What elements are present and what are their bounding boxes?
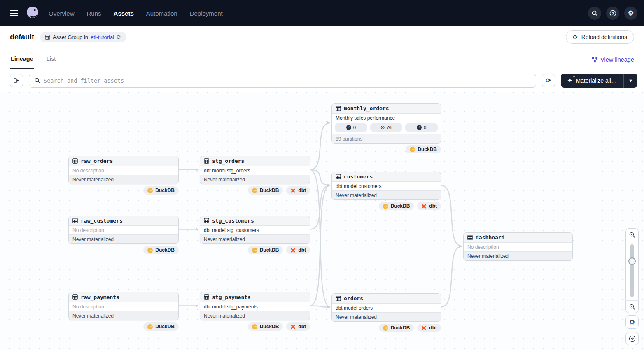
edge-customers-to-dashboard — [441, 185, 462, 246]
kind-badge-label: DuckDB — [260, 247, 279, 253]
table-icon — [72, 294, 78, 300]
download-icon[interactable] — [625, 332, 639, 345]
kind-badge-label: DuckDB — [155, 324, 175, 329]
refresh-icon[interactable]: ⟳ — [542, 74, 555, 87]
asset-node-dashboard[interactable]: dashboardNo descriptionNever materialize… — [463, 232, 573, 261]
duckdb-badge[interactable]: DuckDB — [248, 322, 283, 331]
settings-icon[interactable]: ⚙ — [624, 7, 637, 20]
duckdb-icon — [410, 147, 415, 152]
table-icon — [336, 174, 341, 179]
page-title: default — [10, 33, 34, 42]
duckdb-icon — [147, 188, 153, 193]
reload-definitions-label: Reload definitions — [581, 34, 627, 40]
asset-status: Never materialized — [200, 311, 310, 320]
kind-badge-label: DuckDB — [155, 247, 175, 253]
caret-down-icon: ▼ — [628, 78, 633, 83]
graph-settings-icon[interactable]: ⚙ — [625, 315, 639, 329]
pill-check-circle[interactable]: ✓0 — [335, 123, 367, 132]
tab-list[interactable]: List — [46, 56, 57, 69]
zoom-slider-handle[interactable] — [628, 257, 636, 265]
code-location-link[interactable]: etl-tutorial — [91, 34, 114, 40]
duckdb-icon — [252, 188, 257, 193]
asset-description: dbt model stg_orders — [200, 166, 310, 175]
duckdb-badge[interactable]: DuckDB — [379, 202, 414, 210]
asset-title: raw_payments — [81, 294, 119, 300]
search-icon — [34, 77, 40, 83]
duckdb-badge[interactable]: DuckDB — [379, 324, 414, 332]
duckdb-badge[interactable]: DuckDB — [143, 246, 179, 254]
asset-description: dbt model stg_customers — [200, 226, 310, 234]
menu-icon[interactable] — [7, 6, 21, 21]
asset-kind-badges: DuckDBdbt — [331, 324, 441, 332]
asset-description: dbt model customers — [332, 182, 441, 190]
asset-status: Never materialized — [332, 190, 441, 199]
asset-node-header: monthly_orders — [332, 104, 441, 114]
asset-node-monthly_orders[interactable]: monthly_ordersMonthly sales performance✓… — [331, 103, 441, 144]
materialize-all-split-button: ✦ Materialize all… ▼ — [561, 74, 637, 88]
lineage-graph-icon — [592, 57, 598, 63]
sparkle-icon: ✦ — [567, 77, 573, 84]
nav-runs[interactable]: Runs — [87, 10, 101, 17]
view-lineage-link[interactable]: View lineage — [592, 56, 634, 69]
asset-node-raw_customers[interactable]: raw_customersNo descriptionNever materia… — [68, 216, 179, 244]
asset-node-stg_payments[interactable]: stg_paymentsdbt model stg_paymentsNever … — [200, 292, 310, 320]
help-icon[interactable]: ? — [606, 7, 619, 20]
refresh-icon[interactable]: ⟳ — [117, 34, 121, 40]
asset-description: Monthly sales performance — [332, 114, 441, 122]
duckdb-badge[interactable]: DuckDB — [248, 246, 283, 254]
asset-title: dashboard — [476, 234, 504, 241]
asset-status: Never materialized — [200, 175, 310, 184]
asset-group-icon — [45, 35, 50, 40]
dbt-icon — [421, 204, 427, 209]
asset-node-raw_payments[interactable]: raw_paymentsNo descriptionNever material… — [68, 292, 179, 320]
table-icon — [72, 218, 78, 223]
pill-alert-circle[interactable]: !0 — [405, 123, 438, 132]
duckdb-badge[interactable]: DuckDB — [143, 186, 179, 195]
kind-badge-label: DuckDB — [391, 325, 410, 331]
dbt-badge[interactable]: dbt — [417, 324, 441, 332]
nav-assets[interactable]: Assets — [114, 10, 134, 17]
nav-automation[interactable]: Automation — [146, 10, 177, 17]
materialize-dropdown-button[interactable]: ▼ — [623, 74, 637, 88]
dbt-badge[interactable]: dbt — [417, 202, 441, 210]
search-input[interactable] — [44, 77, 531, 84]
zoom-out-icon[interactable] — [625, 300, 639, 313]
dbt-badge[interactable]: dbt — [286, 246, 310, 254]
lineage-canvas[interactable]: monthly_ordersMonthly sales performance✓… — [0, 92, 644, 350]
asset-kind-badges: DuckDB — [68, 322, 179, 331]
zoom-in-icon[interactable] — [625, 229, 639, 241]
panel-toggle-icon[interactable] — [10, 74, 23, 87]
duckdb-badge[interactable]: DuckDB — [406, 145, 441, 153]
tab-lineage[interactable]: Lineage — [10, 56, 34, 69]
duckdb-icon — [252, 324, 257, 329]
asset-node-customers[interactable]: customersdbt model customersNever materi… — [331, 172, 441, 200]
dbt-badge[interactable]: dbt — [286, 186, 310, 195]
duckdb-badge[interactable]: DuckDB — [143, 322, 179, 331]
reload-definitions-button[interactable]: ⟳ Reload definitions — [566, 30, 634, 44]
duckdb-badge[interactable]: DuckDB — [248, 186, 283, 195]
pill-slash-circle[interactable]: ⊘All — [370, 123, 403, 132]
asset-node-orders[interactable]: ordersdbt model ordersNever materialized — [331, 293, 441, 322]
asset-node-raw_orders[interactable]: raw_ordersNo descriptionNever materializ… — [68, 156, 179, 184]
nav-deployment[interactable]: Deployment — [190, 10, 223, 17]
duckdb-icon — [252, 248, 257, 253]
dbt-badge[interactable]: dbt — [286, 322, 310, 331]
search-icon[interactable] — [588, 7, 601, 20]
zoom-slider-track[interactable] — [630, 244, 634, 297]
page-header: default Asset Group in etl-tutorial ⟳ ⟳ … — [0, 26, 644, 48]
materialize-all-button[interactable]: ✦ Materialize all… — [561, 74, 623, 88]
pill-label: 0 — [353, 125, 356, 130]
dagster-logo-icon[interactable] — [25, 5, 41, 21]
kind-badge-label: dbt — [298, 324, 306, 329]
asset-node-stg_orders[interactable]: stg_ordersdbt model stg_ordersNever mate… — [200, 156, 310, 184]
asset-node-header: stg_payments — [200, 292, 310, 302]
asset-kind-badges: DuckDBdbt — [200, 322, 310, 331]
table-icon — [336, 106, 341, 111]
kind-badge-label: DuckDB — [260, 324, 279, 329]
alert-circle-icon: ! — [417, 125, 422, 130]
tabs-row: Lineage List View lineage — [0, 48, 644, 69]
asset-node-stg_customers[interactable]: stg_customersdbt model stg_customersNeve… — [200, 216, 310, 244]
table-icon — [204, 218, 209, 223]
nav-overview[interactable]: Overview — [49, 10, 75, 17]
asset-node-header: raw_orders — [69, 156, 178, 166]
